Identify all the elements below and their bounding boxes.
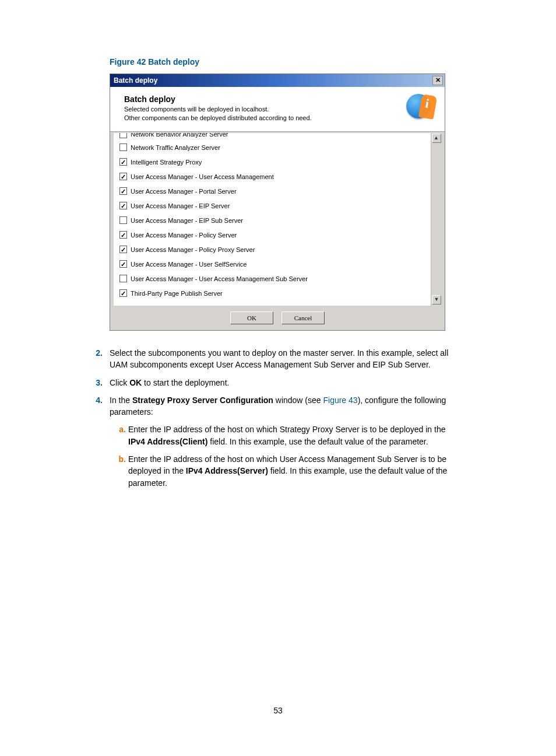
text: Click <box>110 378 129 387</box>
scrollbar[interactable]: ▲ ▼ <box>431 133 441 306</box>
checkbox-icon[interactable] <box>119 260 127 268</box>
bold-text: Strategy Proxy Server Configuration <box>132 396 273 405</box>
text: field. In this example, use the default … <box>207 437 428 446</box>
bold-text: IPv4 Address(Client) <box>128 437 207 446</box>
header-line-1: Selected components will be deployed in … <box>124 105 312 114</box>
list-item[interactable]: User Access Manager - Policy Server <box>119 228 427 242</box>
ok-button[interactable]: OK <box>230 312 273 324</box>
item-label: User Access Manager - User SelfService <box>131 261 247 268</box>
substep-a-text: Enter the IP address of the host on whic… <box>128 424 451 447</box>
figure-43-link[interactable]: Figure 43 <box>323 396 357 405</box>
checkbox-icon[interactable] <box>119 158 127 166</box>
page-number: 53 <box>0 706 556 715</box>
item-label: User Access Manager - EIP Server <box>131 202 230 209</box>
item-label: User Access Manager - User Access Manage… <box>131 173 274 180</box>
text: In the <box>110 396 132 405</box>
dialog-buttons: OK Cancel <box>110 306 445 330</box>
text: Enter the IP address of the host on whic… <box>128 425 446 434</box>
list-item[interactable]: User Access Manager - EIP Sub Server <box>119 213 427 228</box>
info-icon <box>405 93 437 124</box>
dialog-titlebar: Batch deploy ✕ <box>110 74 445 87</box>
step-2-text: Select the subcomponents you want to dep… <box>110 347 451 371</box>
dialog-header: Batch deploy Selected components will be… <box>110 87 445 132</box>
item-label: User Access Manager - Policy Server <box>131 232 237 239</box>
checkbox-icon[interactable] <box>119 144 127 151</box>
list-item[interactable]: User Access Manager - Policy Proxy Serve… <box>119 242 427 257</box>
figure-caption: Figure 42 Batch deploy <box>110 57 469 66</box>
list-item[interactable]: User Access Manager - Portal Server <box>119 184 427 198</box>
checkbox-icon[interactable] <box>119 275 127 282</box>
checkbox-icon[interactable] <box>119 216 127 224</box>
checkbox-icon[interactable] <box>119 133 127 138</box>
step-number: 2. <box>89 347 103 371</box>
item-label: Network Behavior Analyzer Server <box>131 133 228 138</box>
batch-deploy-dialog: Batch deploy ✕ Batch deploy Selected com… <box>110 74 445 331</box>
checkbox-icon[interactable] <box>119 246 127 253</box>
step-number: 3. <box>89 377 103 388</box>
text: window (see <box>273 396 323 405</box>
item-label: Intelligent Strategy Proxy <box>131 159 202 166</box>
item-label: Third-Party Page Publish Server <box>131 290 223 297</box>
checkbox-icon[interactable] <box>119 173 127 180</box>
bold-text: OK <box>129 378 142 387</box>
step-number: 4. <box>89 394 103 495</box>
list-item[interactable]: Intelligent Strategy Proxy <box>119 155 427 169</box>
list-item[interactable]: Network Traffic Analyzer Server <box>119 140 427 155</box>
checkbox-icon[interactable] <box>119 202 127 209</box>
list-item[interactable]: Network Behavior Analyzer Server <box>119 133 427 140</box>
list-item[interactable]: User Access Manager - User Access Manage… <box>119 271 427 286</box>
text: to start the deployment. <box>142 378 229 387</box>
list-item[interactable]: User Access Manager - User SelfService <box>119 257 427 271</box>
list-item[interactable]: Third-Party Page Publish Server <box>119 286 427 300</box>
header-title: Batch deploy <box>124 94 312 104</box>
substep-letter: b. <box>110 453 126 489</box>
dialog-title: Batch deploy <box>114 76 157 85</box>
checkbox-icon[interactable] <box>119 289 127 297</box>
step-4-text: In the Strategy Proxy Server Configurati… <box>110 394 451 495</box>
item-label: User Access Manager - Portal Server <box>131 188 237 195</box>
bold-text: IPv4 Address(Server) <box>186 466 268 475</box>
cancel-button[interactable]: Cancel <box>281 312 325 324</box>
scroll-up-button[interactable]: ▲ <box>432 134 441 143</box>
substep-letter: a. <box>110 424 126 447</box>
substep-b-text: Enter the IP address of the host on whic… <box>128 453 451 489</box>
close-button[interactable]: ✕ <box>432 76 443 85</box>
step-3-text: Click OK to start the deployment. <box>110 377 451 388</box>
scroll-down-button[interactable]: ▼ <box>432 295 441 304</box>
list-item[interactable]: User Access Manager - User Access Manage… <box>119 169 427 184</box>
checkbox-icon[interactable] <box>119 187 127 195</box>
item-label: User Access Manager - Policy Proxy Serve… <box>131 246 255 253</box>
checkbox-icon[interactable] <box>119 231 127 239</box>
header-line-2: Other components can be deployed distrib… <box>124 114 312 123</box>
instruction-text: 2. Select the subcomponents you want to … <box>110 347 469 495</box>
component-list: Network Behavior Analyzer ServerNetwork … <box>114 133 441 306</box>
item-label: Network Traffic Analyzer Server <box>131 144 220 151</box>
item-label: User Access Manager - User Access Manage… <box>131 275 308 282</box>
item-label: User Access Manager - EIP Sub Server <box>131 217 243 224</box>
list-item[interactable]: User Access Manager - EIP Server <box>119 198 427 213</box>
